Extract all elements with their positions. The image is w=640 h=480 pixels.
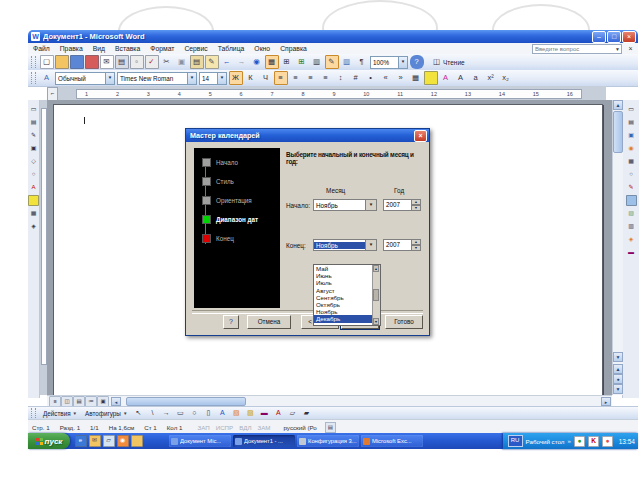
subscript-icon[interactable]: x₂ bbox=[499, 71, 513, 85]
undo-icon[interactable]: ← bbox=[220, 55, 234, 69]
decrease-indent-icon[interactable]: « bbox=[379, 71, 393, 85]
select-browse-object-icon[interactable]: ● bbox=[613, 374, 623, 384]
restore-button[interactable]: □ bbox=[607, 31, 621, 43]
chevron-down-icon[interactable]: ▼ bbox=[187, 73, 196, 84]
line-spacing-icon[interactable]: ↕ bbox=[334, 71, 348, 85]
language-status[interactable]: русский (Ро bbox=[283, 424, 316, 431]
bold-icon[interactable]: Ж bbox=[229, 71, 243, 85]
vertical-ruler[interactable] bbox=[39, 100, 47, 395]
language-indicator[interactable]: RU bbox=[508, 435, 523, 447]
hyperlink-icon[interactable]: ◉ bbox=[250, 55, 264, 69]
taskbar-task[interactable]: Конфигурация 3... bbox=[297, 435, 359, 447]
document-map-icon[interactable]: ▥ bbox=[340, 55, 354, 69]
start-button[interactable]: пуск bbox=[28, 433, 70, 449]
start-year-spinner[interactable]: 2007 ▲▼ bbox=[383, 199, 421, 211]
dock-icon[interactable]: ◇ bbox=[28, 156, 39, 167]
previous-page-icon[interactable]: ▲ bbox=[613, 364, 623, 374]
chevron-down-icon[interactable]: ▼ bbox=[365, 200, 376, 210]
spelling-icon[interactable]: ✓ bbox=[145, 55, 159, 69]
align-right-icon[interactable]: ≡ bbox=[304, 71, 318, 85]
dock-icon[interactable]: ▤ bbox=[28, 117, 39, 128]
end-year-spinner[interactable]: 2007 ▲▼ bbox=[383, 239, 421, 251]
dock-icon[interactable]: ▨ bbox=[626, 208, 637, 219]
scrollbar-thumb[interactable] bbox=[126, 397, 246, 406]
grow-font-icon[interactable]: А bbox=[454, 71, 468, 85]
save-icon[interactable] bbox=[70, 55, 84, 69]
menu-item[interactable]: Вид bbox=[88, 45, 110, 52]
month-option[interactable]: Ноябрь bbox=[314, 308, 372, 315]
dock-icon[interactable] bbox=[626, 195, 637, 206]
start-month-combobox[interactable]: Ноябрь ▼ bbox=[313, 199, 377, 211]
print-preview-icon[interactable]: ▫ bbox=[130, 55, 144, 69]
cancel-button[interactable]: Отмена bbox=[247, 315, 291, 329]
alert-icon[interactable]: ● bbox=[602, 436, 613, 447]
month-option[interactable]: Декабрь bbox=[314, 315, 372, 322]
dock-icon[interactable]: ○ bbox=[626, 169, 637, 180]
end-month-combobox[interactable]: Ноябрь ▼ bbox=[313, 239, 377, 251]
status-indicator[interactable]: ИСПР bbox=[216, 424, 234, 431]
menu-item[interactable]: Сервис bbox=[179, 45, 212, 52]
dock-icon[interactable]: ▦ bbox=[28, 208, 39, 219]
drawing-icon[interactable]: ✎ bbox=[325, 55, 339, 69]
cut-icon[interactable]: ✂ bbox=[160, 55, 174, 69]
menu-item[interactable]: Правка bbox=[55, 45, 88, 52]
chevron-down-icon[interactable]: ▼ bbox=[217, 73, 226, 84]
chevron-down-icon[interactable]: ▼ bbox=[365, 240, 376, 250]
taskbar-task[interactable]: Документ1 - ... bbox=[233, 435, 295, 447]
chevron-down-icon[interactable]: ▼ bbox=[398, 57, 407, 68]
justify-icon[interactable]: ≡ bbox=[319, 71, 333, 85]
dialog-close-icon[interactable]: × bbox=[414, 130, 427, 142]
font-combobox[interactable]: Times New Roman ▼ bbox=[117, 72, 197, 85]
dock-icon[interactable]: ▤ bbox=[626, 117, 637, 128]
bullets-icon[interactable]: • bbox=[364, 71, 378, 85]
new-document-icon[interactable]: ▢ bbox=[40, 55, 54, 69]
scroll-left-icon[interactable]: ◂ bbox=[111, 397, 121, 406]
dock-icon[interactable]: ▥ bbox=[626, 221, 637, 232]
draw-actions-button[interactable]: Действия ▼ bbox=[39, 410, 81, 417]
month-option[interactable]: Июнь bbox=[314, 272, 372, 279]
align-left-icon[interactable]: ≡ bbox=[274, 71, 288, 85]
italic-icon[interactable]: К bbox=[244, 71, 258, 85]
print-icon[interactable]: ▤ bbox=[115, 55, 129, 69]
month-option[interactable]: Сентябрь bbox=[314, 294, 372, 301]
scrollbar-thumb[interactable] bbox=[613, 111, 623, 153]
style-combobox[interactable]: Обычный ▼ bbox=[55, 72, 115, 85]
outlook-icon[interactable]: ✉ bbox=[89, 435, 101, 447]
dock-icon[interactable] bbox=[28, 195, 39, 206]
font-color-icon[interactable]: А bbox=[439, 71, 453, 85]
tables-borders-icon[interactable]: ▦ bbox=[265, 55, 279, 69]
scroll-right-icon[interactable]: ▸ bbox=[601, 397, 611, 406]
dock-icon[interactable]: ▬ bbox=[626, 247, 637, 258]
zoom-combobox[interactable]: 100% ▼ bbox=[370, 56, 408, 69]
month-option[interactable]: Август bbox=[314, 287, 372, 294]
email-icon[interactable]: ✉ bbox=[100, 55, 114, 69]
dock-icon[interactable]: ▣ bbox=[28, 143, 39, 154]
menu-item[interactable]: Таблица bbox=[213, 45, 250, 52]
shrink-font-icon[interactable]: а bbox=[469, 71, 483, 85]
open-icon[interactable] bbox=[55, 55, 69, 69]
menu-item[interactable]: Справка bbox=[275, 45, 312, 52]
tab-selector[interactable]: ⌐ bbox=[47, 87, 58, 101]
scroll-up-icon[interactable]: ▲ bbox=[373, 265, 379, 272]
month-option[interactable]: Май bbox=[314, 265, 372, 272]
scrollbar-thumb[interactable] bbox=[373, 289, 379, 301]
columns-icon[interactable]: ▥ bbox=[310, 55, 324, 69]
question-box[interactable]: Введите вопрос ▼ bbox=[532, 44, 622, 54]
copy-icon[interactable]: ▣ bbox=[175, 55, 189, 69]
list-scrollbar[interactable]: ▲ ▼ bbox=[372, 265, 380, 325]
menu-item[interactable]: Окно bbox=[249, 45, 275, 52]
styles-pane-icon[interactable]: А bbox=[40, 71, 54, 85]
status-indicator[interactable]: ЗАМ bbox=[257, 424, 270, 431]
spin-down-icon[interactable]: ▼ bbox=[412, 245, 421, 251]
borders-icon[interactable]: ▦ bbox=[409, 71, 423, 85]
paste-icon[interactable]: ▤ bbox=[190, 55, 204, 69]
menu-item[interactable]: Вставка bbox=[110, 45, 145, 52]
taskbar-task[interactable]: Microsoft Exc... bbox=[361, 435, 423, 447]
month-option[interactable]: Октябрь bbox=[314, 301, 372, 308]
dialog-help-button[interactable]: ? bbox=[223, 315, 239, 329]
desktop-toolbar-label[interactable]: Рабочий стол bbox=[526, 438, 565, 445]
next-page-icon[interactable]: ▼ bbox=[613, 384, 623, 394]
help-icon[interactable]: ? bbox=[410, 55, 424, 69]
dock-icon[interactable]: ▣ bbox=[626, 130, 637, 141]
folder-icon[interactable] bbox=[131, 435, 143, 447]
